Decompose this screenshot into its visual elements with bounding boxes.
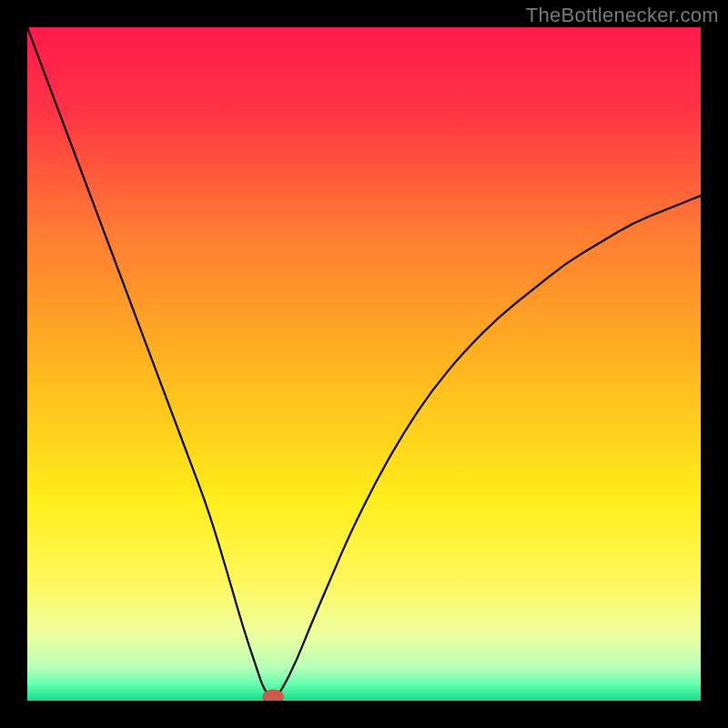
gradient-background xyxy=(27,27,701,701)
watermark-label: TheBottlenecker.com xyxy=(526,4,719,27)
bottleneck-chart xyxy=(27,27,701,701)
chart-frame: TheBottlenecker.com xyxy=(0,0,728,728)
plot-area xyxy=(27,27,701,701)
